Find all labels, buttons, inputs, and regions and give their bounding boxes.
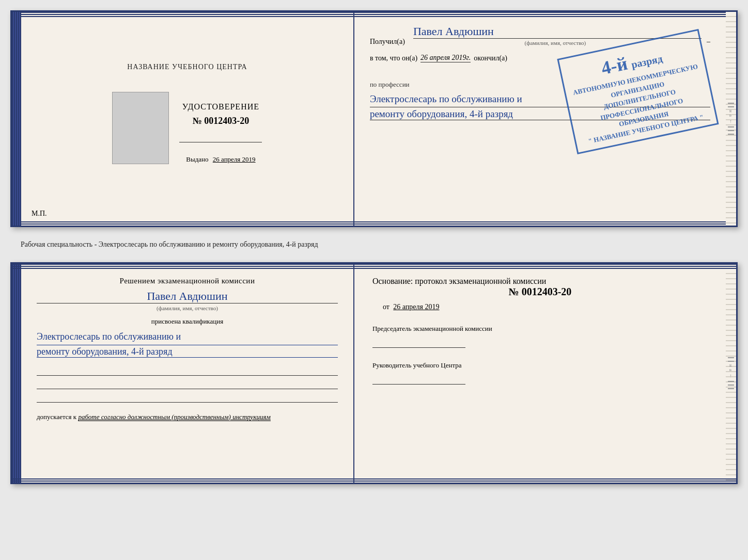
right-edge-marks: и а ← xyxy=(726,12,736,226)
top-center-title: НАЗВАНИЕ УЧЕБНОГО ЦЕНТРА xyxy=(127,63,247,71)
qualification-line2: ремонту оборудования, 4-й разряд xyxy=(37,346,338,358)
chairman-label: Председатель экзаменационной комиссии xyxy=(372,324,708,333)
page-wrapper: НАЗВАНИЕ УЧЕБНОГО ЦЕНТРА УДОСТОВЕРЕНИЕ №… xyxy=(10,10,738,484)
rukovoditel-section: Руководитель учебного Центра xyxy=(372,361,708,385)
commission-title: Решением экзаменационной комиссии xyxy=(37,277,338,285)
bottom-doc-left: Решением экзаменационной комиссии Павел … xyxy=(21,264,354,483)
edge-text-arrow: ← xyxy=(728,119,734,124)
bottom-edge-text-и: и xyxy=(728,364,734,367)
edge-mark-5 xyxy=(728,134,734,135)
top-document: НАЗВАНИЕ УЧЕБНОГО ЦЕНТРА УДОСТОВЕРЕНИЕ №… xyxy=(10,10,738,227)
edge-mark-3 xyxy=(728,126,734,127)
bottom-left-spine xyxy=(12,264,21,483)
commission-name: Павел Авдюшин xyxy=(37,290,338,303)
sig-line-3 xyxy=(37,392,338,403)
qualification-line1: Электрослесарь по обслуживанию и xyxy=(37,329,338,345)
edge-text-и: и xyxy=(728,110,734,113)
bottom-top-border-right xyxy=(12,264,736,269)
recipient-name: Павел Авдюшин xyxy=(413,25,702,39)
photo-placeholder xyxy=(112,92,169,164)
bottom-edge-mark-3 xyxy=(728,381,734,382)
bottom-doc-right: Основание: протокол экзаменационной коми… xyxy=(354,264,726,483)
separator-text: Рабочая специальность - Электрослесарь п… xyxy=(10,236,738,253)
from-label: от xyxy=(383,303,389,311)
top-doc-right: Получил(а) Павел Авдюшин (фамилия, имя, … xyxy=(354,12,726,226)
stamp-suffix: разряд xyxy=(630,53,663,70)
vydano-line: Выдано 26 апреля 2019 xyxy=(186,155,255,164)
edge-text-а: а xyxy=(728,115,734,117)
udostoverenie-title: УДОСТОВЕРЕНИЕ xyxy=(182,102,259,111)
rukovoditel-signature-line xyxy=(372,374,465,385)
dopuskaetsya-prefix: допускается к xyxy=(37,413,76,421)
vtom-date: 26 апреля 2019г. xyxy=(420,54,471,62)
dopuskaetsya-value: работе согласно должностным (производств… xyxy=(78,413,270,421)
vydano-label: Выдано xyxy=(186,155,208,163)
edge-mark-1 xyxy=(728,103,734,104)
edge-mark-2 xyxy=(728,106,734,107)
sig-line-2 xyxy=(37,379,338,389)
bottom-edge-mark-2 xyxy=(728,361,734,362)
mp-label: М.П. xyxy=(32,210,47,218)
osnovanje-label: Основание: протокол экзаменационной коми… xyxy=(372,277,708,286)
bottom-right-edge-marks: и а ← xyxy=(726,264,736,483)
vydano-date: 26 апреля 2019 xyxy=(213,155,256,163)
bottom-edge-text-а: а xyxy=(728,369,734,371)
edge-mark-4 xyxy=(728,130,734,131)
from-date-value: 26 апреля 2019 xyxy=(393,303,439,311)
udostoverenie-number: № 0012403-20 xyxy=(193,116,250,126)
bottom-edge-text-arrow: ← xyxy=(728,374,734,378)
from-date-section: от 26 апреля 2019 xyxy=(372,303,708,311)
top-border-deco xyxy=(21,12,353,17)
bottom-fio-sublabel: (фамилия, имя, отчество) xyxy=(37,305,338,311)
sig-line-1 xyxy=(37,365,338,376)
chairman-signature-line xyxy=(372,338,465,348)
bottom-edge-mark-4 xyxy=(728,385,734,386)
prisvoena-label: присвоена квалификация xyxy=(37,317,338,326)
protocol-number: № 0012403-20 xyxy=(372,286,708,298)
left-spine xyxy=(12,12,21,226)
top-doc-left: НАЗВАНИЕ УЧЕБНОГО ЦЕНТРА УДОСТОВЕРЕНИЕ №… xyxy=(21,12,354,226)
bottom-border-deco-right xyxy=(354,220,726,226)
bottom-bottom-border-right xyxy=(12,477,736,483)
bottom-border-deco xyxy=(21,220,353,226)
stamp-overlay: 4-й разряд АВТОНОМНУЮ НЕКОММЕРЧЕСКУЮ ОРГ… xyxy=(557,29,719,154)
vtom-prefix: в том, что он(а) xyxy=(370,54,417,62)
bottom-edge-mark-5 xyxy=(728,388,734,389)
chairman-section: Председатель экзаменационной комиссии xyxy=(372,324,708,348)
bottom-edge-mark-1 xyxy=(728,357,734,358)
signature-lines xyxy=(37,365,338,403)
top-border-deco-right xyxy=(354,12,726,17)
bottom-document: Решением экзаменационной комиссии Павел … xyxy=(10,262,738,484)
rukovoditel-label: Руководитель учебного Центра xyxy=(372,361,708,370)
dopuskaetsya-section: допускается к работе согласно должностны… xyxy=(37,413,338,421)
poluchil-label: Получил(а) xyxy=(370,38,405,46)
okonchil-label: окончил(а) xyxy=(474,54,507,62)
